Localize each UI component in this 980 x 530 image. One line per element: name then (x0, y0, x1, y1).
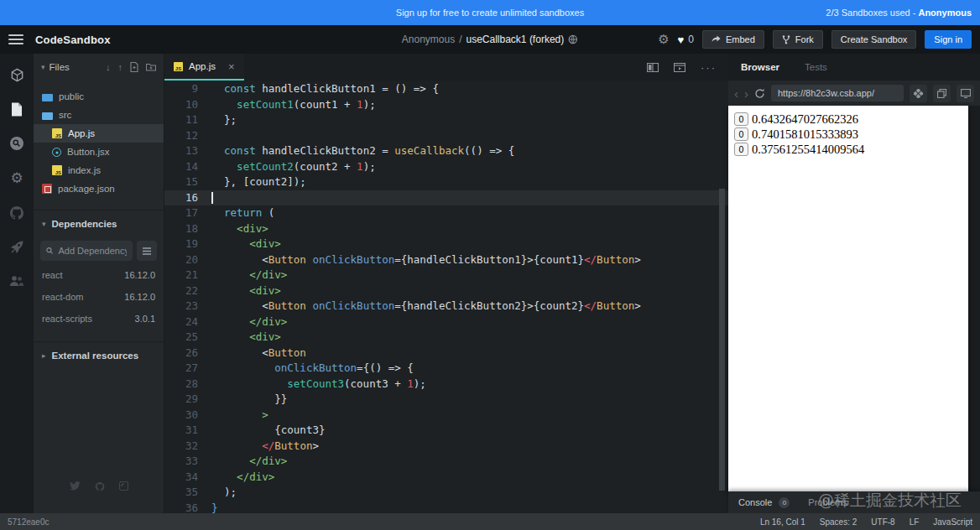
counter-button-1[interactable]: 0 (734, 112, 748, 126)
code-line-25[interactable]: 25 <div> (164, 330, 728, 346)
problems-label[interactable]: Problems (808, 497, 847, 507)
file-item-public[interactable]: public (34, 87, 164, 106)
fork-button[interactable]: Fork (773, 30, 823, 49)
file-item-Button.jsx[interactable]: Button.jsx (34, 143, 164, 161)
code-line-14[interactable]: 14 setCount2(count2 + 1); (164, 159, 728, 175)
live-users-icon[interactable] (9, 273, 24, 288)
token: const (224, 82, 256, 95)
add-dependency-box[interactable] (40, 241, 133, 261)
external-resources-section-header[interactable]: ▸ External resources (34, 342, 164, 369)
code-line-36[interactable]: 36} (164, 501, 728, 514)
code-line-17[interactable]: 17 return ( (164, 205, 728, 221)
close-tab-icon[interactable]: × (228, 60, 235, 73)
sandbox-cube-icon[interactable] (9, 67, 24, 82)
code-line-15[interactable]: 15 }, [count2]); (164, 174, 728, 190)
status-ln-16-col-1[interactable]: Ln 16, Col 1 (760, 517, 805, 527)
file-item-package.json[interactable]: package.json (34, 179, 164, 198)
search-icon[interactable] (9, 136, 24, 151)
new-folder-icon[interactable] (146, 63, 156, 71)
download-icon[interactable]: ↓ (106, 62, 111, 72)
code-line-13[interactable]: 13 const handleClickButton2 = useCallbac… (164, 143, 728, 159)
back-icon[interactable]: ‹ (734, 87, 738, 100)
dependency-react[interactable]: react16.12.0 (34, 264, 164, 286)
tab-browser[interactable]: Browser (741, 62, 779, 72)
code-line-32[interactable]: 32 </Button> (164, 439, 728, 455)
code-line-24[interactable]: 24 </div> (164, 314, 728, 330)
app-logo[interactable]: CodeSandbox (35, 34, 111, 46)
code-line-11[interactable]: 11 }; (164, 112, 728, 128)
forward-icon[interactable]: › (744, 87, 748, 100)
upload-icon[interactable]: ↑ (118, 62, 123, 72)
code-line-33[interactable]: 33 </div> (164, 454, 728, 470)
dependency-react-dom[interactable]: react-dom16.12.0 (34, 286, 164, 308)
code-line-28[interactable]: 28 setCount3(count3 + 1); (164, 377, 728, 392)
code-line-34[interactable]: 34 </div> (164, 470, 728, 486)
embed-button[interactable]: Embed (702, 30, 764, 49)
deployment-rocket-icon[interactable] (9, 239, 24, 254)
spectrum-icon[interactable] (119, 481, 128, 491)
code-line-22[interactable]: 22 <div> (164, 283, 728, 299)
status-javascript[interactable]: JavaScript (933, 517, 972, 527)
new-file-icon[interactable] (130, 62, 138, 72)
editor-scrollbar[interactable] (719, 189, 725, 491)
code-line-10[interactable]: 10 setCount1(count1 + 1); (164, 97, 728, 113)
code-line-19[interactable]: 19 <div> (164, 236, 728, 252)
code-line-35[interactable]: 35 ); (164, 485, 728, 501)
files-icon[interactable] (9, 101, 24, 117)
code-line-27[interactable]: 27 onClickButton={() => { (164, 361, 728, 377)
line-number: 22 (164, 283, 198, 299)
settings-gear-icon[interactable]: ⚙ (9, 170, 24, 185)
url-bar[interactable] (771, 85, 904, 101)
code-line-18[interactable]: 18 <div> (164, 221, 728, 237)
dependencies-section-header[interactable]: ▾ Dependencies (34, 210, 164, 234)
code-area[interactable]: 9 const handleClickButton1 = () => {10 s… (164, 81, 728, 513)
sign-in-button[interactable]: Sign in (925, 30, 972, 49)
status-spaces-2[interactable]: Spaces: 2 (820, 517, 857, 527)
code-line-16[interactable]: 16 (164, 190, 728, 206)
dependency-list-toggle-button[interactable] (137, 241, 157, 261)
file-name: Button.jsx (67, 147, 110, 157)
code-line-21[interactable]: 21 </div> (164, 268, 728, 283)
menu-icon[interactable] (8, 34, 23, 44)
tab-appjs[interactable]: JS App.js × (164, 54, 244, 81)
commit-hash: 5712eae0c (8, 517, 50, 527)
open-preview-icon[interactable] (674, 63, 685, 72)
twitter-icon[interactable] (70, 481, 81, 491)
file-item-App.js[interactable]: App.js (34, 124, 164, 143)
tab-tests[interactable]: Tests (805, 62, 827, 72)
counter-button-3[interactable]: 0 (734, 143, 748, 156)
banner-message[interactable]: Sign up for free to create unlimited san… (396, 8, 584, 18)
code-line-20[interactable]: 20 <Button onClickButton={handleClickBut… (164, 252, 728, 268)
token: (() => { (464, 144, 514, 157)
create-sandbox-button[interactable]: Create Sandbox (831, 30, 917, 49)
counter-button-2[interactable]: 0 (734, 127, 748, 141)
refresh-icon[interactable] (754, 88, 765, 99)
dependency-react-scripts[interactable]: react-scripts3.0.1 (34, 308, 164, 330)
browser-viewport[interactable]: 00.643264702766232600.740158101533389300… (728, 106, 968, 491)
breadcrumb-user[interactable]: Anonymous (402, 34, 455, 45)
github-icon[interactable] (9, 205, 24, 220)
console-label[interactable]: Console (738, 497, 772, 507)
add-dependency-input[interactable] (58, 246, 127, 256)
code-line-29[interactable]: 29 }} (164, 392, 728, 408)
code-line-31[interactable]: 31 {count3} (164, 423, 728, 439)
status-utf-8[interactable]: UTF-8 (871, 517, 894, 527)
code-line-23[interactable]: 23 <Button onClickButton={handleClickBut… (164, 299, 728, 314)
open-window-icon[interactable] (933, 85, 951, 102)
github-footer-icon[interactable] (95, 481, 105, 491)
code-line-30[interactable]: 30 > (164, 408, 728, 423)
code-line-12[interactable]: 12 (164, 128, 728, 144)
preferences-gear-icon[interactable]: ⚙ (658, 32, 669, 47)
file-item-src[interactable]: src (34, 106, 164, 124)
like-control[interactable]: ♥ 0 (678, 34, 694, 46)
status-lf[interactable]: LF (910, 517, 920, 527)
file-item-index.js[interactable]: index.js (34, 161, 164, 179)
split-view-icon[interactable] (647, 63, 659, 72)
more-options-icon[interactable]: ··· (701, 61, 717, 74)
fullscreen-icon[interactable] (957, 85, 974, 102)
code-line-26[interactable]: 26 <Button (164, 346, 728, 361)
responsive-mode-icon[interactable] (910, 85, 927, 102)
sandbox-title[interactable]: useCallback1 (forked) (467, 34, 565, 45)
collapse-caret-icon[interactable]: ▾ (41, 63, 45, 71)
code-line-9[interactable]: 9 const handleClickButton1 = () => { (164, 81, 728, 97)
